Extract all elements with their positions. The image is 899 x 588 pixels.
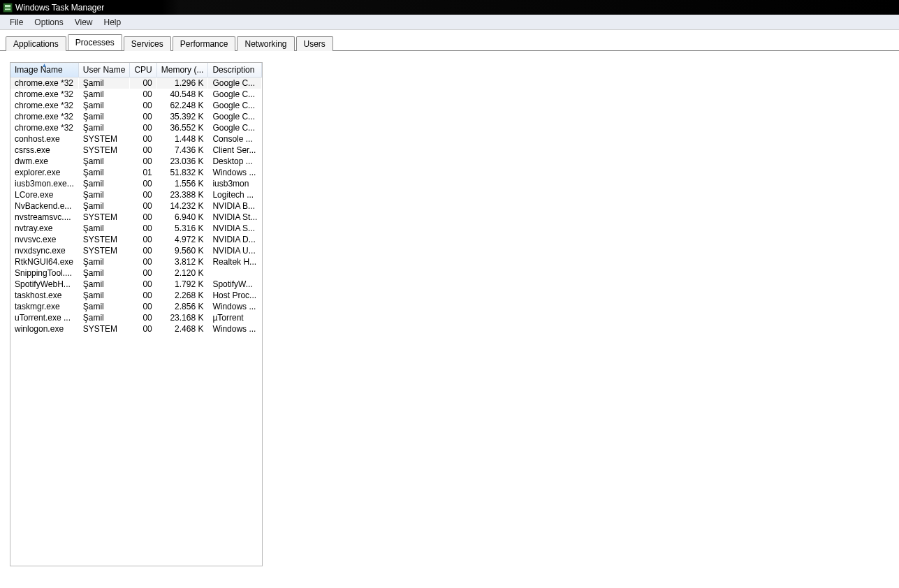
cell-desc: Google C...	[208, 89, 262, 100]
cell-desc: Desktop ...	[208, 156, 262, 167]
table-row[interactable]: conhost.exeSYSTEM001.448 KConsole ...	[10, 133, 262, 145]
cell-user: SYSTEM	[78, 234, 130, 245]
cell-image: LCore.exe	[10, 189, 78, 200]
column-header-user[interactable]: User Name	[78, 63, 130, 78]
cell-user: Şamil	[78, 301, 130, 312]
tab-applications[interactable]: Applications	[6, 36, 66, 51]
table-row[interactable]: chrome.exe *32Şamil0035.392 KGoogle C...	[10, 111, 262, 122]
tab-services[interactable]: Services	[124, 36, 171, 51]
cell-mem: 3.812 K	[156, 256, 208, 267]
table-row[interactable]: nvstreamsvc....SYSTEM006.940 KNVIDIA St.…	[10, 212, 262, 223]
table-row[interactable]: taskmgr.exeŞamil002.856 KWindows ...	[10, 301, 262, 312]
cell-image: uTorrent.exe ...	[10, 312, 78, 323]
table-row[interactable]: iusb3mon.exe...Şamil001.556 Kiusb3mon	[10, 178, 262, 189]
cell-user: Şamil	[78, 267, 130, 279]
table-row[interactable]: SpotifyWebH...Şamil001.792 KSpotifyW...	[10, 279, 262, 290]
cell-cpu: 00	[130, 290, 156, 301]
cell-user: Şamil	[78, 100, 130, 111]
cell-cpu: 01	[130, 167, 156, 178]
cell-cpu: 00	[130, 323, 156, 335]
menu-file[interactable]: File	[4, 16, 29, 29]
cell-desc: Console ...	[208, 133, 262, 145]
table-row[interactable]: nvtray.exeŞamil005.316 KNVIDIA S...	[10, 223, 262, 234]
table-row[interactable]: SnippingTool....Şamil002.120 K	[10, 267, 262, 279]
cell-mem: 14.232 K	[156, 200, 208, 212]
cell-user: Şamil	[78, 156, 130, 167]
menu-help[interactable]: Help	[98, 16, 127, 29]
table-row[interactable]: csrss.exeSYSTEM007.436 KClient Ser...	[10, 145, 262, 156]
cell-desc: Client Ser...	[208, 145, 262, 156]
cell-user: Şamil	[78, 312, 130, 323]
table-row[interactable]: LCore.exeŞamil0023.388 KLogitech ...	[10, 189, 262, 200]
table-row[interactable]: winlogon.exeSYSTEM002.468 KWindows ...	[10, 323, 262, 335]
tab-networking[interactable]: Networking	[237, 36, 294, 51]
cell-mem: 2.268 K	[156, 290, 208, 301]
cell-image: nvvsvc.exe	[10, 234, 78, 245]
column-header-image[interactable]: Image Name▲	[10, 63, 78, 78]
cell-cpu: 00	[130, 122, 156, 133]
cell-user: Şamil	[78, 223, 130, 234]
cell-cpu: 00	[130, 200, 156, 212]
cell-mem: 51.832 K	[156, 167, 208, 178]
cell-mem: 23.388 K	[156, 189, 208, 200]
cell-desc	[208, 267, 262, 279]
cell-user: Şamil	[78, 111, 130, 122]
cell-image: chrome.exe *32	[10, 122, 78, 133]
cell-user: Şamil	[78, 256, 130, 267]
title-bar[interactable]: Windows Task Manager	[0, 0, 899, 15]
tab-users[interactable]: Users	[296, 36, 333, 51]
table-row[interactable]: explorer.exeŞamil0151.832 KWindows ...	[10, 167, 262, 178]
cell-cpu: 00	[130, 256, 156, 267]
cell-image: taskhost.exe	[10, 290, 78, 301]
cell-desc: NVIDIA B...	[208, 200, 262, 212]
table-row[interactable]: chrome.exe *32Şamil0036.552 KGoogle C...	[10, 122, 262, 133]
table-row[interactable]: chrome.exe *32Şamil0040.548 KGoogle C...	[10, 89, 262, 100]
cell-mem: 2.468 K	[156, 323, 208, 335]
table-row[interactable]: nvxdsync.exeSYSTEM009.560 KNVIDIA U...	[10, 245, 262, 256]
sort-ascending-icon: ▲	[41, 63, 47, 68]
table-row[interactable]: NvBackend.e...Şamil0014.232 KNVIDIA B...	[10, 200, 262, 212]
menu-options[interactable]: Options	[29, 16, 68, 29]
cell-mem: 1.556 K	[156, 178, 208, 189]
cell-desc: NVIDIA D...	[208, 234, 262, 245]
tab-performance[interactable]: Performance	[173, 36, 236, 51]
cell-user: Şamil	[78, 167, 130, 178]
tab-processes[interactable]: Processes	[68, 34, 122, 50]
table-row[interactable]: dwm.exeŞamil0023.036 KDesktop ...	[10, 156, 262, 167]
cell-mem: 23.168 K	[156, 312, 208, 323]
cell-user: Şamil	[78, 200, 130, 212]
cell-mem: 23.036 K	[156, 156, 208, 167]
cell-user: Şamil	[78, 279, 130, 290]
cell-mem: 5.316 K	[156, 223, 208, 234]
svg-rect-2	[5, 8, 10, 8]
table-row[interactable]: chrome.exe *32Şamil0062.248 KGoogle C...	[10, 100, 262, 111]
svg-rect-3	[5, 9, 10, 10]
table-row[interactable]: taskhost.exeŞamil002.268 KHost Proc...	[10, 290, 262, 301]
table-row[interactable]: uTorrent.exe ...Şamil0023.168 KµTorrent	[10, 312, 262, 323]
column-header-desc[interactable]: Description	[208, 63, 262, 78]
table-row[interactable]: RtkNGUI64.exeŞamil003.812 KRealtek H...	[10, 256, 262, 267]
cell-cpu: 00	[130, 212, 156, 223]
cell-user: SYSTEM	[78, 133, 130, 145]
cell-mem: 2.120 K	[156, 267, 208, 279]
column-header-mem[interactable]: Memory (...	[156, 63, 208, 78]
cell-desc: Google C...	[208, 100, 262, 111]
column-header-cpu[interactable]: CPU	[130, 63, 156, 78]
cell-desc: iusb3mon	[208, 178, 262, 189]
menu-view[interactable]: View	[69, 16, 98, 29]
process-table[interactable]: Image Name▲User NameCPUMemory (...Descri…	[10, 63, 262, 335]
cell-cpu: 00	[130, 133, 156, 145]
cell-image: nvstreamsvc....	[10, 212, 78, 223]
cell-image: chrome.exe *32	[10, 100, 78, 111]
cell-mem: 4.972 K	[156, 234, 208, 245]
table-row[interactable]: nvvsvc.exeSYSTEM004.972 KNVIDIA D...	[10, 234, 262, 245]
table-header-row: Image Name▲User NameCPUMemory (...Descri…	[10, 63, 262, 78]
cell-mem: 1.448 K	[156, 133, 208, 145]
cell-user: SYSTEM	[78, 145, 130, 156]
cell-cpu: 00	[130, 78, 156, 89]
cell-cpu: 00	[130, 267, 156, 279]
cell-mem: 40.548 K	[156, 89, 208, 100]
table-row[interactable]: chrome.exe *32Şamil001.296 KGoogle C...	[10, 78, 262, 89]
cell-desc: Windows ...	[208, 323, 262, 335]
cell-image: SpotifyWebH...	[10, 279, 78, 290]
